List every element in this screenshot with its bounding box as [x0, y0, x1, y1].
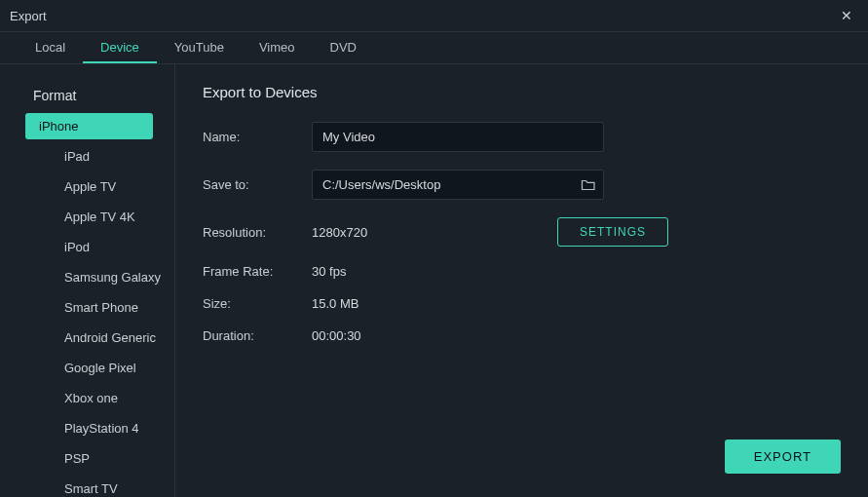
- framerate-label: Frame Rate:: [203, 264, 312, 279]
- format-label: Samsung Galaxy: [64, 270, 161, 285]
- export-window: Export ✕ Local Device YouTube Vimeo DVD …: [0, 0, 868, 497]
- format-label: PSP: [64, 451, 90, 466]
- format-item-playstation-4[interactable]: PlayStation 4: [25, 415, 165, 441]
- name-label: Name:: [203, 130, 312, 144]
- format-label: Smart Phone: [64, 300, 138, 315]
- format-item-ipad[interactable]: iPad: [25, 143, 165, 170]
- format-label: iPhone: [39, 119, 78, 134]
- name-input[interactable]: [312, 122, 604, 152]
- footer: EXPORT: [725, 440, 841, 474]
- tabs: Local Device YouTube Vimeo DVD: [0, 31, 868, 64]
- tab-youtube[interactable]: YouTube: [157, 32, 242, 63]
- format-label: iPod: [64, 240, 90, 254]
- format-label: Xbox one: [64, 391, 118, 405]
- row-resolution: Resolution: 1280x720 SETTINGS: [203, 217, 841, 247]
- format-label: Apple TV: [64, 179, 116, 194]
- main-title: Export to Devices: [203, 84, 841, 100]
- sidebar: Format iPhone iPad Apple TV Apple TV 4K …: [0, 64, 175, 497]
- format-item-smart-tv[interactable]: Smart TV: [25, 476, 165, 497]
- row-duration: Duration: 00:00:30: [203, 328, 841, 343]
- tab-label: Device: [100, 40, 139, 55]
- format-item-smart-phone[interactable]: Smart Phone: [25, 294, 165, 321]
- format-item-ipod[interactable]: iPod: [25, 234, 165, 260]
- settings-button[interactable]: SETTINGS: [557, 217, 668, 247]
- resolution-value: 1280x720: [312, 225, 487, 240]
- row-saveto: Save to:: [203, 170, 841, 200]
- row-name: Name:: [203, 122, 841, 152]
- format-item-android-generic[interactable]: Android Generic: [25, 325, 165, 351]
- saveto-label: Save to:: [203, 177, 312, 192]
- body: Format iPhone iPad Apple TV Apple TV 4K …: [0, 64, 868, 497]
- format-label: Android Generic: [64, 330, 156, 345]
- tab-device[interactable]: Device: [83, 32, 157, 63]
- row-size: Size: 15.0 MB: [203, 296, 841, 311]
- format-item-samsung-galaxy[interactable]: Samsung Galaxy: [25, 264, 165, 290]
- format-item-google-pixel[interactable]: Google Pixel: [25, 355, 165, 381]
- main-panel: Export to Devices Name: Save to: Reso: [175, 64, 868, 497]
- format-label: PlayStation 4: [64, 421, 139, 436]
- tab-label: Local: [35, 40, 65, 55]
- row-framerate: Frame Rate: 30 fps: [203, 264, 841, 279]
- format-label: Apple TV 4K: [64, 210, 135, 224]
- tab-label: YouTube: [174, 40, 224, 55]
- saveto-wrap: [312, 170, 604, 200]
- size-value: 15.0 MB: [312, 296, 359, 311]
- export-button[interactable]: EXPORT: [725, 440, 841, 474]
- duration-label: Duration:: [203, 328, 312, 343]
- framerate-value: 30 fps: [312, 264, 346, 279]
- format-item-apple-tv-4k[interactable]: Apple TV 4K: [25, 204, 165, 230]
- titlebar: Export ✕: [0, 0, 868, 31]
- format-item-xbox-one[interactable]: Xbox one: [25, 385, 165, 411]
- sidebar-heading: Format: [0, 82, 174, 113]
- tab-local[interactable]: Local: [18, 32, 83, 63]
- close-icon[interactable]: ✕: [835, 6, 858, 25]
- resolution-label: Resolution:: [203, 225, 312, 240]
- format-label: Google Pixel: [64, 361, 136, 375]
- tab-label: Vimeo: [259, 40, 295, 55]
- tab-vimeo[interactable]: Vimeo: [242, 32, 313, 63]
- saveto-input[interactable]: [312, 170, 604, 200]
- duration-value: 00:00:30: [312, 328, 361, 343]
- format-item-apple-tv[interactable]: Apple TV: [25, 173, 165, 200]
- format-label: Smart TV: [64, 481, 118, 496]
- format-item-psp[interactable]: PSP: [25, 445, 165, 472]
- tab-label: DVD: [330, 40, 357, 55]
- format-label: iPad: [64, 149, 90, 164]
- tab-dvd[interactable]: DVD: [313, 32, 374, 63]
- format-item-iphone[interactable]: iPhone: [25, 113, 153, 139]
- size-label: Size:: [203, 296, 312, 311]
- window-title: Export: [10, 9, 47, 23]
